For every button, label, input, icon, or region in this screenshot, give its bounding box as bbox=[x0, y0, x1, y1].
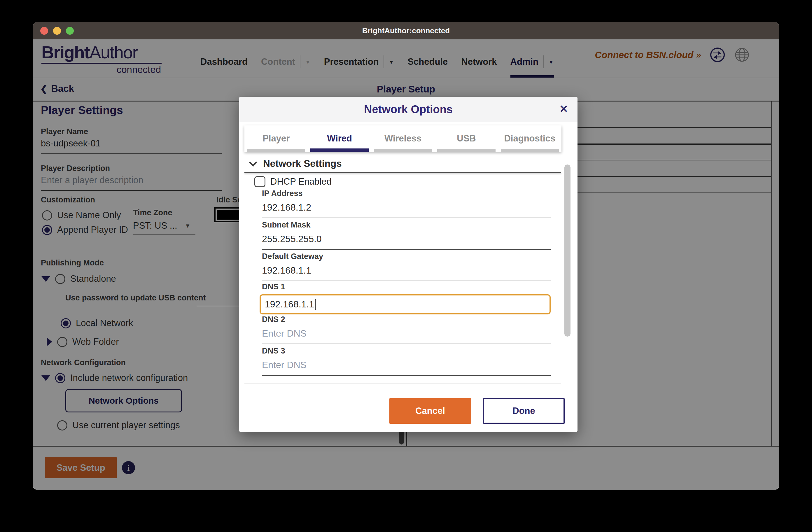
modal-title: Network Options bbox=[239, 97, 578, 122]
tab-player[interactable]: Player bbox=[244, 126, 308, 152]
done-button[interactable]: Done bbox=[483, 398, 565, 424]
app-window: BrightAuthor:connected BrightAuthor conn… bbox=[33, 22, 779, 490]
default-gateway-label: Default Gateway bbox=[262, 252, 551, 261]
modal-scrollbar[interactable] bbox=[564, 153, 570, 382]
dhcp-label: DHCP Enabled bbox=[270, 176, 332, 187]
dns3-field[interactable]: Enter DNS bbox=[262, 360, 551, 376]
tab-underline bbox=[247, 149, 305, 152]
dhcp-enabled-row: DHCP Enabled bbox=[254, 176, 332, 187]
network-settings-section-toggle[interactable]: Network Settings bbox=[250, 158, 342, 169]
dhcp-checkbox[interactable] bbox=[254, 176, 265, 187]
modal-tabs: Player Wired Wireless USB Diagnostics bbox=[244, 126, 562, 152]
dns1-group: DNS 1 192.168.1.1 bbox=[262, 282, 551, 314]
text-cursor bbox=[315, 299, 316, 310]
dns3-label: DNS 3 bbox=[262, 346, 551, 356]
ip-address-group: IP Address 192.168.1.2 bbox=[262, 189, 551, 218]
subnet-mask-label: Subnet Mask bbox=[262, 220, 551, 230]
cancel-button[interactable]: Cancel bbox=[389, 398, 471, 424]
close-icon[interactable]: ✕ bbox=[560, 103, 568, 115]
subnet-mask-field[interactable]: 255.255.255.0 bbox=[262, 234, 551, 250]
default-gateway-group: Default Gateway 192.168.1.1 bbox=[262, 252, 551, 281]
modal-body: Network Settings DHCP Enabled IP Address… bbox=[239, 152, 578, 432]
ip-address-field[interactable]: 192.168.1.2 bbox=[262, 202, 551, 218]
network-options-modal: Network Options ✕ Player Wired Wireless … bbox=[239, 97, 578, 432]
ip-address-label: IP Address bbox=[262, 189, 551, 198]
dns2-group: DNS 2 Enter DNS bbox=[262, 315, 551, 344]
titlebar: BrightAuthor:connected bbox=[33, 22, 779, 39]
modal-scrollbar-thumb[interactable] bbox=[564, 164, 570, 336]
close-window-button[interactable] bbox=[40, 27, 48, 35]
default-gateway-field[interactable]: 192.168.1.1 bbox=[262, 265, 551, 281]
minimize-window-button[interactable] bbox=[53, 27, 61, 35]
modal-header: Network Options ✕ bbox=[239, 97, 578, 122]
zoom-window-button[interactable] bbox=[66, 27, 74, 35]
tab-underline bbox=[437, 149, 495, 152]
subnet-mask-group: Subnet Mask 255.255.255.0 bbox=[262, 220, 551, 250]
section-title: Network Settings bbox=[263, 158, 342, 169]
dns2-field[interactable]: Enter DNS bbox=[262, 328, 551, 344]
section-divider bbox=[244, 172, 561, 173]
dns3-group: DNS 3 Enter DNS bbox=[262, 346, 551, 376]
dns1-label: DNS 1 bbox=[262, 282, 551, 291]
dns2-label: DNS 2 bbox=[262, 315, 551, 324]
content-bottom-divider bbox=[244, 384, 561, 384]
dns1-field[interactable]: 192.168.1.1 bbox=[260, 294, 551, 314]
chevron-down-icon bbox=[249, 158, 257, 167]
tab-underline bbox=[501, 149, 559, 152]
tab-usb[interactable]: USB bbox=[435, 126, 498, 152]
tab-diagnostics[interactable]: Diagnostics bbox=[498, 126, 562, 152]
window-title: BrightAuthor:connected bbox=[33, 22, 779, 39]
tab-wired[interactable]: Wired bbox=[308, 126, 371, 152]
tab-underline bbox=[374, 149, 432, 152]
tab-underline bbox=[310, 148, 368, 152]
tab-wireless[interactable]: Wireless bbox=[371, 126, 435, 152]
